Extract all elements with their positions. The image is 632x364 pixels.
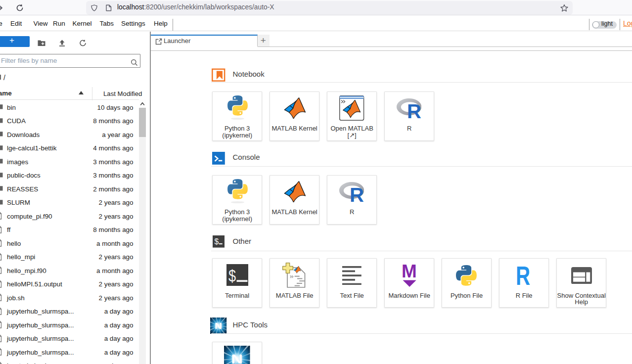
svg-text:M: M <box>402 264 417 281</box>
svg-text:N: N <box>215 321 222 331</box>
svg-text:N: N <box>231 352 243 364</box>
svg-text:R: R <box>407 100 421 118</box>
svg-text:R: R <box>516 265 530 285</box>
svg-text:$: $ <box>214 238 219 246</box>
svg-text:R: R <box>350 184 364 202</box>
svg-text:$: $ <box>228 267 236 285</box>
